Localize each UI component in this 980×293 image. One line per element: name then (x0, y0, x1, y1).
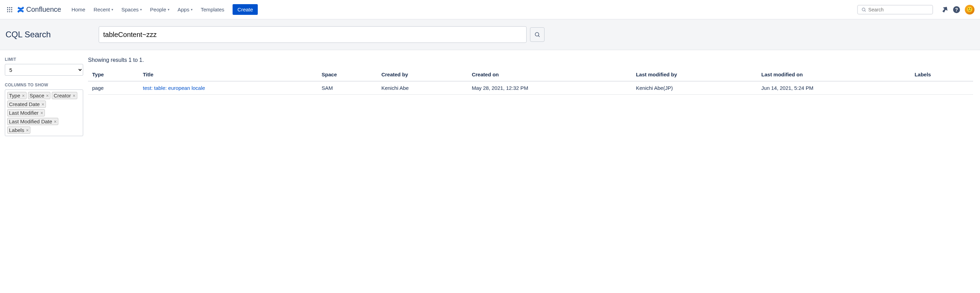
svg-point-13 (535, 32, 539, 36)
svg-point-9 (862, 8, 865, 11)
table-cell: Kenichi Abe (377, 81, 468, 94)
confluence-logo[interactable]: Confluence (17, 6, 61, 14)
column-header: Type (88, 68, 139, 81)
svg-line-14 (538, 35, 540, 37)
nav-item-templates[interactable]: Templates (197, 5, 228, 14)
global-search[interactable] (857, 5, 933, 14)
top-navigation: Confluence HomeRecent▾Spaces▾People▾Apps… (0, 0, 980, 19)
table-row: pagetest: table: european localeSAMKenic… (88, 81, 973, 94)
cql-title: CQL Search (6, 30, 99, 39)
chip-remove-icon[interactable]: × (22, 93, 25, 98)
notifications-icon[interactable] (940, 5, 950, 14)
limit-label: LIMIT (5, 57, 83, 62)
table-cell: test: table: european locale (139, 81, 317, 94)
results-summary: Showing results 1 to 1. (88, 57, 973, 63)
chip-remove-icon[interactable]: × (40, 110, 43, 115)
help-icon[interactable]: ? (952, 5, 961, 14)
chip-remove-icon[interactable]: × (46, 93, 49, 98)
table-cell: SAM (317, 81, 377, 94)
column-header: Title (139, 68, 317, 81)
column-chip[interactable]: Created Date× (7, 101, 46, 108)
app-switcher-icon[interactable] (6, 6, 14, 14)
result-title-link[interactable]: test: table: european locale (143, 85, 205, 91)
global-search-input[interactable] (868, 7, 929, 13)
search-icon (861, 7, 866, 13)
table-cell: Jun 14, 2021, 5:24 PM (757, 81, 910, 94)
svg-point-0 (7, 7, 8, 8)
column-header: Created by (377, 68, 468, 81)
column-header: Space (317, 68, 377, 81)
chevron-down-icon: ▾ (111, 8, 113, 11)
table-header-row: TypeTitleSpaceCreated byCreated onLast m… (88, 68, 973, 81)
chevron-down-icon: ▾ (191, 8, 192, 11)
column-header: Labels (910, 68, 973, 81)
chevron-down-icon: ▾ (168, 8, 169, 11)
cql-submit-button[interactable] (530, 27, 544, 42)
table-body: pagetest: table: european localeSAMKenic… (88, 81, 973, 94)
svg-point-2 (11, 7, 12, 8)
svg-point-6 (7, 11, 8, 12)
column-chip[interactable]: Last Modifier× (7, 109, 45, 117)
svg-text:?: ? (955, 7, 958, 13)
column-chip[interactable]: Labels× (7, 126, 30, 134)
create-button[interactable]: Create (232, 4, 258, 15)
nav-item-recent[interactable]: Recent▾ (90, 5, 117, 14)
svg-point-1 (9, 7, 10, 8)
columns-chips-box[interactable]: Type×Space×Creator×Created Date×Last Mod… (5, 90, 83, 136)
sidebar: LIMIT 5 COLUMNS TO SHOW Type×Space×Creat… (0, 50, 88, 143)
user-avatar[interactable]: 🙂 (965, 5, 974, 14)
table-cell: page (88, 81, 139, 94)
nav-item-apps[interactable]: Apps▾ (174, 5, 196, 14)
chip-remove-icon[interactable]: × (54, 119, 57, 124)
body: LIMIT 5 COLUMNS TO SHOW Type×Space×Creat… (0, 50, 980, 143)
results-panel: Showing results 1 to 1. TypeTitleSpaceCr… (88, 50, 980, 143)
table-cell: May 28, 2021, 12:32 PM (468, 81, 632, 94)
table-cell: Kenichi Abe(JP) (632, 81, 757, 94)
nav-item-spaces[interactable]: Spaces▾ (118, 5, 145, 14)
limit-select[interactable]: 5 (5, 64, 83, 76)
column-chip[interactable]: Creator× (52, 92, 77, 99)
column-chip[interactable]: Space× (28, 92, 51, 99)
nav-item-people[interactable]: People▾ (146, 5, 173, 14)
column-chip[interactable]: Last Modified Date× (7, 118, 58, 125)
nav-items: HomeRecent▾Spaces▾People▾Apps▾Templates (68, 5, 228, 14)
svg-point-4 (9, 9, 10, 10)
table-cell (910, 81, 973, 94)
nav-item-home[interactable]: Home (68, 5, 89, 14)
column-header: Created on (468, 68, 632, 81)
chip-remove-icon[interactable]: × (26, 128, 29, 133)
column-header: Last modified on (757, 68, 910, 81)
svg-point-5 (11, 9, 12, 10)
search-icon (534, 32, 540, 38)
chevron-down-icon: ▾ (140, 8, 142, 11)
cql-search-bar: CQL Search (0, 19, 980, 50)
results-table: TypeTitleSpaceCreated byCreated onLast m… (88, 68, 973, 94)
column-header: Last modified by (632, 68, 757, 81)
cql-query-input[interactable] (99, 26, 527, 43)
column-chip[interactable]: Type× (7, 92, 27, 99)
chip-remove-icon[interactable]: × (41, 102, 44, 107)
columns-label: COLUMNS TO SHOW (5, 83, 83, 87)
svg-point-3 (7, 9, 8, 10)
chip-remove-icon[interactable]: × (72, 93, 75, 98)
svg-line-10 (865, 10, 866, 11)
logo-text: Confluence (26, 6, 61, 13)
svg-point-8 (11, 11, 12, 12)
svg-point-7 (9, 11, 10, 12)
